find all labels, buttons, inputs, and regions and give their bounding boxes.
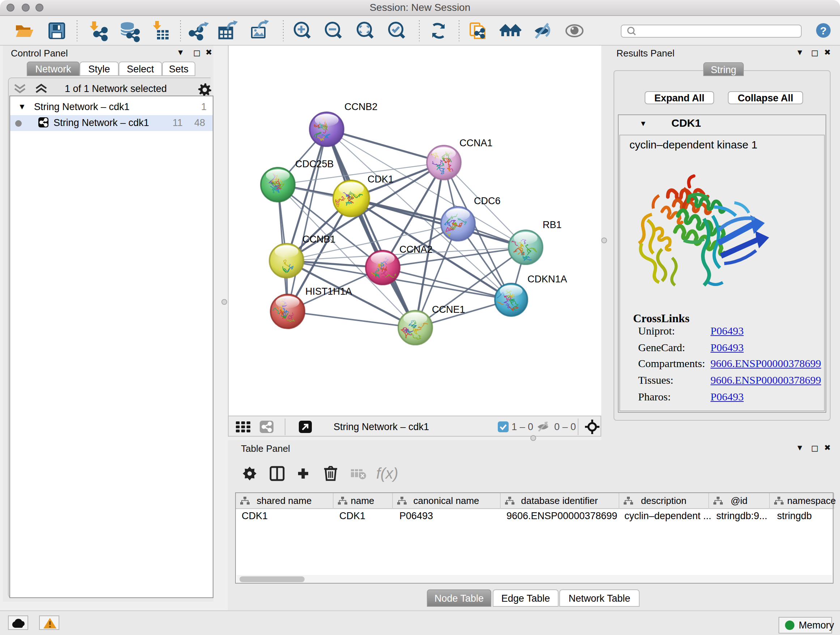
svg-text:CDKN1A: CDKN1A (527, 274, 567, 285)
svg-text:CDC6: CDC6 (474, 195, 501, 206)
svg-text:CCNA1: CCNA1 (459, 138, 493, 149)
svg-text:CDC25B: CDC25B (295, 158, 334, 169)
svg-text:1 – 0: 1 – 0 (512, 421, 533, 432)
svg-text:HIST1H1A: HIST1H1A (305, 286, 352, 297)
svg-text:?: ? (820, 25, 827, 36)
svg-text:CCNA2: CCNA2 (399, 244, 433, 255)
svg-text:RB1: RB1 (543, 219, 562, 230)
svg-text:String Network – cdk1: String Network – cdk1 (333, 421, 429, 432)
svg-text:CCNE1: CCNE1 (432, 304, 465, 315)
svg-text:CDK1: CDK1 (368, 174, 393, 185)
svg-text:f(x): f(x) (376, 465, 398, 482)
svg-text:0 – 0: 0 – 0 (554, 421, 576, 432)
svg-text:CCNB1: CCNB1 (302, 234, 336, 245)
svg-text:CCNB2: CCNB2 (344, 101, 378, 112)
